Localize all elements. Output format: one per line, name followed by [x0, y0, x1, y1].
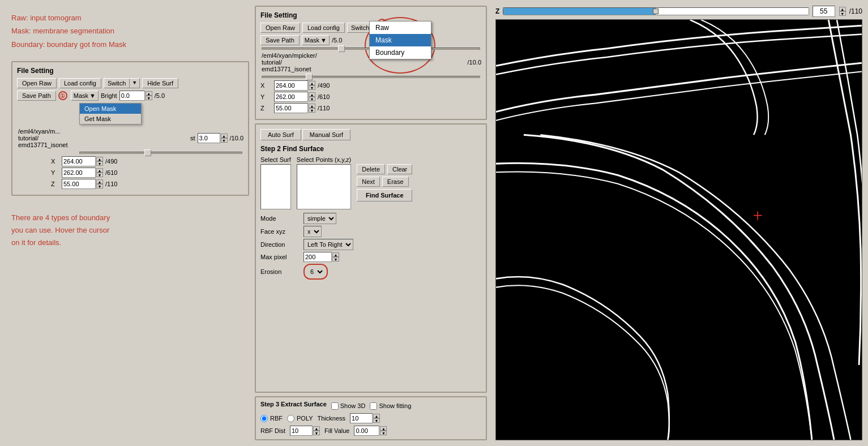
small-z-up[interactable]: ▲ — [96, 179, 103, 184]
clear-button[interactable]: Clear — [387, 164, 412, 174]
small-contrast-spin[interactable]: ▲ ▼ — [198, 133, 228, 143]
switch-mask-item[interactable]: Mask — [370, 34, 431, 46]
main-open-raw-button[interactable]: Open Raw — [260, 23, 300, 33]
small-bright-down[interactable]: ▼ — [146, 96, 152, 100]
main-load-config-button[interactable]: Load config — [302, 23, 345, 33]
main-mask-dropdown[interactable]: Mask ▼ — [302, 35, 330, 45]
small-open-mask-item[interactable]: Open Mask — [80, 104, 141, 114]
maxpixel-input[interactable] — [303, 252, 332, 262]
delete-button[interactable]: Delete — [357, 164, 385, 174]
facexyz-select[interactable]: x — [303, 226, 322, 237]
small-x-spin[interactable]: ▲ ▼ — [62, 156, 103, 166]
small-slider-track[interactable] — [79, 152, 242, 154]
small-z-down[interactable]: ▼ — [96, 184, 103, 188]
main-x-input[interactable] — [274, 80, 308, 91]
small-path-text: /eml4/xyan/m...tutorial/emd13771_isonet — [17, 127, 188, 149]
main-z-down[interactable]: ▼ — [309, 108, 315, 113]
small-contrast-up[interactable]: ▲ — [221, 134, 228, 138]
small-bright-input[interactable] — [119, 91, 145, 101]
erosion-select[interactable]: 6 — [307, 266, 324, 277]
z-track[interactable] — [503, 7, 809, 15]
erase-button[interactable]: Erase — [382, 177, 409, 187]
main-save-path-button[interactable]: Save Path — [260, 35, 300, 45]
main-contrast-slider — [260, 76, 481, 78]
z-value-input[interactable] — [813, 6, 835, 17]
step3-dist-row: RBF Dist ▲ ▼ Fill Value ▲ ▼ — [260, 426, 481, 436]
small-get-mask-item[interactable]: Get Mask — [80, 114, 141, 124]
main-z-up[interactable]: ▲ — [309, 104, 315, 108]
fillvalue-label: Fill Value — [324, 427, 349, 434]
small-x-input[interactable] — [62, 156, 96, 166]
main-x-down[interactable]: ▼ — [309, 85, 315, 90]
small-y-input[interactable] — [62, 168, 96, 178]
small-save-path-button[interactable]: Save Path — [17, 91, 56, 101]
main-y-spin[interactable]: ▲ ▼ — [274, 92, 315, 102]
auto-surf-tab[interactable]: Auto Surf — [260, 129, 301, 140]
small-switch-button[interactable]: Switch — [104, 79, 129, 88]
showfitting-label[interactable]: Show fitting — [370, 402, 411, 410]
main-x-up[interactable]: ▲ — [309, 81, 315, 85]
small-y-spin[interactable]: ▲ ▼ — [62, 168, 103, 178]
small-open-mask-dropdown[interactable]: Open Mask Get Mask — [79, 103, 142, 125]
small-y-down[interactable]: ▼ — [96, 173, 103, 177]
main-z-input[interactable] — [274, 103, 308, 113]
poly-radio[interactable] — [287, 415, 294, 422]
show3d-label[interactable]: Show 3D — [331, 402, 366, 410]
poly-radio-label[interactable]: POLY — [287, 415, 313, 422]
rbfdist-down[interactable]: ▼ — [313, 431, 320, 435]
thickness-up[interactable]: ▲ — [373, 414, 380, 418]
small-switch-arrow[interactable]: ▼ — [129, 79, 139, 88]
find-surface-button[interactable]: Find Surface — [357, 189, 412, 201]
select-points-list[interactable] — [297, 164, 351, 209]
mode-select[interactable]: simple — [303, 213, 336, 224]
small-z-input[interactable] — [62, 179, 96, 189]
rbf-radio[interactable] — [260, 415, 268, 422]
thickness-down[interactable]: ▼ — [373, 418, 380, 423]
main-switch-dropdown[interactable]: Raw Mask Boundary — [369, 21, 431, 59]
main-z-spin[interactable]: ▲ ▼ — [274, 103, 315, 113]
z-value-up[interactable]: ▲ — [839, 7, 846, 11]
z-value-down[interactable]: ▼ — [839, 11, 846, 16]
thickness-input[interactable] — [350, 413, 373, 423]
rbfdist-up[interactable]: ▲ — [313, 426, 320, 431]
fillvalue-down[interactable]: ▼ — [380, 431, 387, 435]
small-z-spin[interactable]: ▲ ▼ — [62, 179, 103, 189]
main-y-up[interactable]: ▲ — [309, 92, 315, 97]
small-hide-surf-button[interactable]: Hide Surf — [142, 78, 178, 88]
small-x-down[interactable]: ▼ — [96, 161, 103, 166]
small-contrast-down[interactable]: ▼ — [221, 138, 228, 143]
switch-boundary-item[interactable]: Boundary — [370, 46, 431, 59]
small-mask-dropdown[interactable]: Mask ▼ — [71, 91, 99, 101]
direction-select[interactable]: Left To Right — [303, 239, 353, 250]
rbfdist-input[interactable] — [290, 426, 313, 436]
small-load-config-button[interactable]: Load config — [59, 78, 101, 88]
small-bright-spin[interactable]: ▲ ▼ — [119, 91, 152, 101]
small-bright-up[interactable]: ▲ — [146, 91, 152, 96]
main-y-input[interactable] — [274, 92, 308, 102]
small-y-up[interactable]: ▲ — [96, 168, 103, 173]
rbf-radio-label[interactable]: RBF — [260, 415, 283, 422]
showfitting-checkbox[interactable] — [370, 402, 377, 410]
thickness-spin[interactable]: ▲ ▼ — [350, 413, 380, 423]
main-contrast-track[interactable] — [262, 76, 480, 78]
show3d-checkbox[interactable] — [331, 402, 339, 410]
switch-raw-item[interactable]: Raw — [370, 22, 431, 34]
fillvalue-spin[interactable]: ▲ ▼ — [354, 426, 387, 436]
fillvalue-input[interactable] — [354, 426, 379, 436]
manual-surf-tab[interactable]: Manual Surf — [302, 129, 350, 140]
main-x-spin[interactable]: ▲ ▼ — [274, 80, 315, 91]
select-surf-list[interactable] — [260, 164, 291, 209]
small-x-up[interactable]: ▲ — [96, 157, 103, 161]
rbfdist-spin[interactable]: ▲ ▼ — [290, 426, 320, 436]
maxpixel-down[interactable]: ▼ — [332, 257, 339, 261]
small-contrast-input[interactable] — [198, 133, 220, 143]
next-button[interactable]: Next — [357, 177, 380, 187]
z-thumb[interactable] — [653, 8, 659, 14]
small-switch-dropdown-wrapper[interactable]: Switch ▼ — [104, 78, 140, 88]
maxpixel-spin[interactable]: ▲ ▼ — [303, 252, 339, 262]
main-y-down[interactable]: ▼ — [309, 97, 315, 101]
viewer-canvas[interactable] — [495, 19, 862, 440]
maxpixel-up[interactable]: ▲ — [332, 252, 339, 257]
small-open-raw-button[interactable]: Open Raw — [17, 78, 57, 88]
fillvalue-up[interactable]: ▲ — [380, 426, 387, 431]
